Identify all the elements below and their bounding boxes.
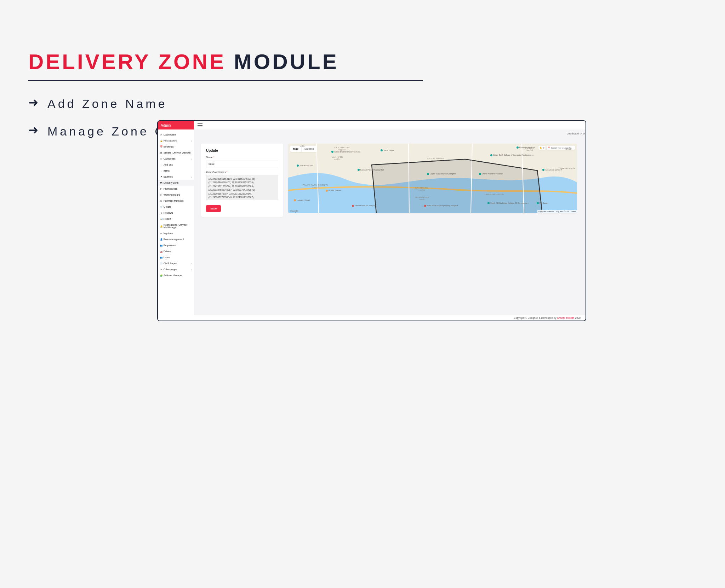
sidebar-item-cms-pages[interactable]: 📄CMS Pages› [158, 260, 194, 266]
map-attribution: Keyboard shortcutsMap data ©2023Terms [537, 210, 577, 213]
map-area-label: DHANMORAધનમોરા [415, 196, 429, 201]
poi-pin-icon [331, 151, 333, 153]
map-poi[interactable]: G Villa Garden [326, 189, 341, 192]
sidebar-icon: 🚗 [160, 250, 162, 253]
sidebar-item-drivers[interactable]: 🚗Drivers [158, 248, 194, 254]
map-card[interactable]: Map Satellite ✋▱ 📍 URAKANJINAGARકાંજીનગર… [288, 144, 577, 213]
map-area-label: PALAV PARK SOCIETYપલાવ પાર્ક [303, 184, 329, 189]
zone-coords-textarea[interactable] [206, 175, 278, 200]
sidebar-item-label: Notifications (Only for Mobile app) [164, 224, 192, 229]
sidebar-item-promocodes[interactable]: 🏷Promocodes [158, 186, 194, 192]
map-area-label: VISHAL NAGARવિશાલ નગર [427, 157, 445, 162]
sidebar-item-label: Employees [164, 244, 176, 247]
svg-marker-1 [372, 159, 544, 213]
sidebar-item-label: Report [164, 218, 171, 220]
sidebar-icon: 👤 [160, 238, 162, 241]
sidebar-icon: + [160, 164, 162, 166]
sidebar-item-working-hours[interactable]: ⏲Working Hours [158, 192, 194, 198]
sidebar-icon: 🔒 [160, 140, 162, 142]
sidebar-item-label: Categories [164, 157, 176, 160]
poi-pin-icon [427, 173, 429, 175]
polygon-icon[interactable]: ▱ [543, 146, 544, 149]
map-poi[interactable]: Rawadi Party Plot [516, 146, 535, 149]
map-area-label: Bhadk [565, 148, 572, 150]
sidebar-icon: 🔔 [160, 225, 162, 227]
sidebar-item-add-ons[interactable]: +Add-ons [158, 162, 194, 168]
map-poi[interactable]: Lokkaanj Hotel [294, 199, 309, 202]
map-poi[interactable]: Sheth CD Barfiwala College Of Commerce..… [487, 202, 529, 204]
sidebar-item-banners[interactable]: ⚑Banners› [158, 174, 194, 180]
sidebar-item-label: Sliders (Only for website) [164, 151, 191, 154]
sidebar-item-label: Role management [164, 238, 184, 241]
sidebar-item-notifications-only-for-mobile-app[interactable]: 🔔Notifications (Only for Mobile app) [158, 222, 194, 230]
sidebar-icon: ✉ [160, 232, 162, 235]
coords-label: Zone Coordinates * [206, 171, 278, 173]
sidebar-item-label: CMS Pages [164, 262, 177, 265]
page-title: DELIVERY ZONE MODULE [28, 50, 697, 74]
sidebar-icon: 👥 [160, 244, 162, 247]
poi-pin-icon [297, 165, 299, 167]
poi-pin-icon [294, 199, 296, 201]
feature-item: Add Zone Name [47, 95, 167, 112]
save-button[interactable]: Save [206, 205, 221, 212]
brand-label: Admin [158, 121, 194, 129]
sidebar-item-label: Delivery zone [164, 181, 178, 184]
map-poi[interactable]: Gagra Vidyashayan Katargam [427, 173, 456, 175]
poi-pin-icon [537, 202, 539, 204]
sidebar-item-delivery-zone[interactable]: 🗺Delivery zone [158, 180, 194, 186]
sidebar-item-reviews[interactable]: ★Reviews [158, 210, 194, 216]
sidebar-icon: 🛒 [160, 206, 162, 208]
sidebar-item-report[interactable]: 📊Report [158, 216, 194, 222]
map-poi[interactable]: PP Savani [537, 202, 549, 204]
breadcrumb: Dashboard>D [566, 132, 586, 135]
footer: Copyright © Designed & Developed by Grav… [158, 315, 586, 321]
sidebar-icon: ⚑ [160, 176, 162, 178]
map-poi[interactable]: Sutex Bank College of Computer Applicati… [490, 154, 534, 156]
sidebar-item-payment-methods[interactable]: $Payment Methods [158, 198, 194, 204]
sidebar-item-categories[interactable]: ≡Categories› [158, 156, 194, 162]
chevron-right-icon: › [191, 158, 192, 160]
sidebar-item-bookings[interactable]: 📅Bookings [158, 144, 194, 150]
sidebar-item-label: Inquiries [164, 232, 173, 235]
map-poi[interactable]: Mon Kuni Farm [297, 165, 313, 167]
chevron-right-icon: › [191, 176, 192, 178]
sidebar-item-inquiries[interactable]: ✉Inquiries [158, 230, 194, 236]
sidebar-item-orders[interactable]: 🛒Orders [158, 204, 194, 210]
poi-pin-icon [516, 146, 519, 149]
chevron-right-icon: › [191, 140, 192, 142]
map-draw-tools[interactable]: ✋▱ [538, 146, 546, 150]
sidebar-item-dashboard[interactable]: ⏱Dashboard [158, 132, 194, 138]
sidebar-item-role-management[interactable]: 👤Role management [158, 236, 194, 242]
chevron-right-icon: › [191, 269, 192, 271]
sidebar-item-sliders-only-for-website[interactable]: 🖼Sliders (Only for website) [158, 150, 194, 156]
footer-link[interactable]: Gravity Infotech [557, 317, 574, 319]
sidebar-item-addons-manager[interactable]: 🧩Addons Manager [158, 272, 194, 278]
sidebar-item-employees[interactable]: 👥Employees [158, 242, 194, 248]
sidebar-item-label: Payment Methods [164, 200, 183, 202]
sidebar-icon: ★ [160, 212, 162, 214]
update-form-card: Update Name * Zone Coordinates * Save [201, 144, 283, 217]
sidebar-icon: ✎ [160, 269, 162, 271]
title-divider [28, 80, 423, 81]
sidebar-item-pos-addon[interactable]: 🔒Pos (addon)› [158, 138, 194, 144]
zone-name-input[interactable] [206, 161, 278, 167]
map-poi[interactable]: Ashadeep School 4 [542, 169, 562, 171]
sidebar-item-label: Dashboard [164, 133, 176, 136]
menu-toggle-icon[interactable] [198, 123, 202, 127]
map-poi[interactable]: Saha, Gujar. [381, 149, 394, 152]
map-poi[interactable]: Sarasat Patidar Samaj Hall [358, 169, 384, 171]
sidebar-icon: 🗺 [160, 182, 162, 184]
admin-screenshot: Admin ⏱Dashboard🔒Pos (addon)›📅Bookings🖼S… [157, 120, 586, 321]
map-poi[interactable]: Shree Swaminarayan Gurukul [331, 151, 360, 153]
sidebar-item-users[interactable]: 👥Users [158, 254, 194, 260]
sidebar-icon: 🖼 [160, 152, 162, 154]
sidebar-item-label: Orders [164, 206, 171, 208]
map-poi[interactable]: Kiran Multi Super speciality Hospital [424, 204, 458, 207]
poi-pin-icon [381, 149, 383, 151]
sidebar-item-items[interactable]: +Items [158, 168, 194, 174]
hand-icon[interactable]: ✋ [540, 146, 542, 149]
map-poi[interactable]: Shree Prannath Hospital [352, 204, 376, 207]
sidebar-item-other-pages[interactable]: ✎Other pages› [158, 266, 194, 272]
sidebar-item-label: Pos (addon) [164, 139, 177, 142]
map-poi[interactable]: Sharm Kumar Simashan [479, 173, 503, 175]
